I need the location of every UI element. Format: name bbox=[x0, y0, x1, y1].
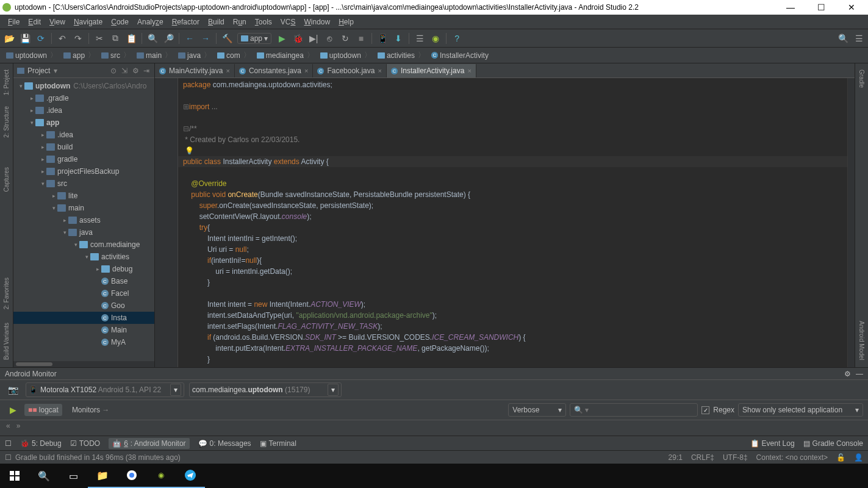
close-button[interactable]: ✕ bbox=[842, 2, 861, 12]
tool-favorites[interactable]: 2: Favorites bbox=[3, 275, 10, 312]
tab-terminal[interactable]: ▣ Terminal bbox=[260, 439, 296, 448]
tree-src[interactable]: ▾src bbox=[13, 178, 154, 190]
structure-icon[interactable]: ☰ bbox=[414, 33, 425, 44]
minimize-button[interactable]: — bbox=[781, 2, 800, 12]
help-icon[interactable]: ? bbox=[451, 33, 462, 44]
maximize-button[interactable]: ☐ bbox=[812, 2, 830, 12]
file-encoding[interactable]: UTF-8‡ bbox=[723, 453, 748, 462]
tree-gradle[interactable]: ▸gradle bbox=[13, 153, 154, 165]
tree-Insta[interactable]: CInsta bbox=[13, 312, 154, 324]
editor-stripe[interactable] bbox=[847, 78, 855, 367]
sdk-icon[interactable]: ⬇ bbox=[393, 33, 404, 44]
dropdown-icon[interactable]: ▾ bbox=[54, 66, 57, 75]
close-tab-icon[interactable]: × bbox=[226, 67, 229, 74]
breadcrumb-src[interactable]: src bbox=[99, 49, 133, 62]
collapse-icon[interactable]: ⇲ bbox=[120, 66, 129, 75]
chevron-down-icon[interactable]: ▾ bbox=[170, 384, 181, 396]
caret-position[interactable]: 29:1 bbox=[669, 453, 683, 462]
start-button[interactable] bbox=[0, 464, 29, 488]
chrome-icon[interactable] bbox=[117, 464, 146, 488]
log-level-selector[interactable]: Verbose▾ bbox=[508, 403, 566, 417]
inspector-icon[interactable]: 👤 bbox=[854, 453, 863, 462]
context-label[interactable]: Context: <no context> bbox=[756, 453, 828, 462]
telegram-icon[interactable] bbox=[176, 464, 205, 488]
panel-hide-icon[interactable]: — bbox=[856, 370, 863, 378]
tab-Constantes.java[interactable]: CConstantes.java× bbox=[235, 64, 314, 77]
tab-debug[interactable]: 🐞 5: Debug bbox=[20, 439, 62, 448]
hide-panels-icon[interactable]: ☐ bbox=[5, 439, 12, 448]
close-tab-icon[interactable]: × bbox=[467, 67, 471, 74]
screenshot-icon[interactable]: 📷 bbox=[7, 384, 18, 395]
redo-icon[interactable]: ↷ bbox=[73, 33, 84, 44]
tool-project[interactable]: 1: Project bbox=[3, 67, 10, 98]
breadcrumb-com[interactable]: com bbox=[215, 49, 253, 62]
forward-icon[interactable]: → bbox=[200, 33, 211, 44]
tree-projectFilesBackup[interactable]: ▸projectFilesBackup bbox=[13, 165, 154, 178]
tree-.gradle[interactable]: ▸.gradle bbox=[13, 92, 154, 104]
prev-log-icon[interactable]: « bbox=[6, 422, 10, 430]
menu-build[interactable]: Build bbox=[204, 16, 229, 27]
menu-view[interactable]: View bbox=[45, 16, 70, 27]
device-selector[interactable]: 📱 Motorola XT1052 Android 5.1, API 22 ▾ bbox=[26, 382, 184, 397]
tree-app[interactable]: ▾app bbox=[13, 117, 154, 129]
process-selector[interactable]: com.mediaingea.uptodown (15179) ▾ bbox=[189, 382, 342, 397]
scroll-target-icon[interactable]: ⊙ bbox=[109, 66, 118, 75]
menu-tools[interactable]: Tools bbox=[251, 16, 276, 27]
search-everywhere-icon[interactable]: 🔍 bbox=[838, 33, 848, 44]
tab-messages[interactable]: 💬 0: Messages bbox=[198, 439, 251, 448]
avd-icon[interactable]: 📱 bbox=[377, 33, 388, 44]
sidebar-scrollbar[interactable] bbox=[13, 361, 154, 367]
breadcrumb-mediaingea[interactable]: mediaingea bbox=[254, 49, 317, 62]
tool-build-variants[interactable]: Build Variants bbox=[3, 320, 10, 362]
find-icon[interactable]: 🔍 bbox=[147, 33, 158, 44]
tab-InstallerActivity.java[interactable]: CInstallerActivity.java× bbox=[387, 64, 476, 77]
make-icon[interactable]: 🔨 bbox=[221, 33, 232, 44]
editor-gutter[interactable] bbox=[155, 78, 178, 367]
tool-captures[interactable]: Captures bbox=[3, 165, 10, 195]
tree-Base[interactable]: CBase bbox=[13, 275, 154, 287]
menu-refactor[interactable]: Refactor bbox=[168, 16, 204, 27]
record-icon[interactable]: ▶ bbox=[7, 404, 18, 415]
tree-build[interactable]: ▸build bbox=[13, 141, 154, 153]
menu-vcs[interactable]: VCS bbox=[276, 16, 300, 27]
tree-main[interactable]: ▾main bbox=[13, 202, 154, 214]
menu-run[interactable]: Run bbox=[229, 16, 251, 27]
tab-MainActivity.java[interactable]: CMainActivity.java× bbox=[155, 64, 235, 77]
tree-Main[interactable]: CMain bbox=[13, 324, 154, 336]
attach-icon[interactable]: ⎋ bbox=[324, 33, 335, 44]
close-tab-icon[interactable]: × bbox=[304, 67, 308, 74]
tree-java[interactable]: ▾java bbox=[13, 226, 154, 239]
tab-gradle-console[interactable]: ▤ Gradle Console bbox=[803, 439, 863, 448]
run-icon[interactable]: ▶ bbox=[276, 33, 287, 44]
line-separator[interactable]: CRLF‡ bbox=[691, 453, 714, 462]
breadcrumb-uptodown[interactable]: uptodown bbox=[4, 49, 60, 62]
panel-gear-icon[interactable]: ⚙ bbox=[844, 370, 851, 378]
tree-Facel[interactable]: CFacel bbox=[13, 287, 154, 300]
menu-analyze[interactable]: Analyze bbox=[133, 16, 168, 27]
tool-android-model[interactable]: Android Model bbox=[858, 318, 865, 362]
close-tab-icon[interactable]: × bbox=[378, 67, 381, 74]
tree-debug[interactable]: ▸debug bbox=[13, 263, 154, 275]
lock-icon[interactable]: 🔓 bbox=[836, 453, 845, 462]
breadcrumb-app[interactable]: app bbox=[61, 49, 98, 62]
settings-icon[interactable]: ☰ bbox=[853, 33, 864, 44]
android-studio-icon[interactable]: ◉ bbox=[146, 464, 176, 488]
search-icon[interactable]: 🔍 bbox=[29, 464, 59, 488]
status-icon[interactable]: ☐ bbox=[5, 453, 12, 462]
tree-assets[interactable]: ▸assets bbox=[13, 214, 154, 226]
menu-edit[interactable]: Edit bbox=[24, 16, 45, 27]
regex-checkbox[interactable]: ✓ bbox=[701, 406, 709, 414]
tree-.idea[interactable]: ▸.idea bbox=[13, 104, 154, 117]
tab-android-monitor[interactable]: 🤖 6: Android Monitor bbox=[109, 438, 189, 449]
chevron-down-icon[interactable]: ▾ bbox=[328, 384, 339, 396]
breadcrumb-main[interactable]: main bbox=[134, 49, 174, 62]
apply-changes-icon[interactable]: ↻ bbox=[340, 33, 351, 44]
stop-icon[interactable]: ■ bbox=[356, 33, 367, 44]
code-editor[interactable]: package com.mediaingea.uptodown.activiti… bbox=[178, 78, 847, 367]
tool-structure[interactable]: 2: Structure bbox=[3, 104, 10, 140]
tab-todo[interactable]: ☑ TODO bbox=[70, 439, 100, 448]
menu-help[interactable]: Help bbox=[334, 16, 358, 27]
copy-icon[interactable]: ⧉ bbox=[110, 33, 121, 44]
tab-Facebook.java[interactable]: CFacebook.java× bbox=[313, 64, 386, 77]
android-icon[interactable]: ◉ bbox=[430, 33, 441, 44]
